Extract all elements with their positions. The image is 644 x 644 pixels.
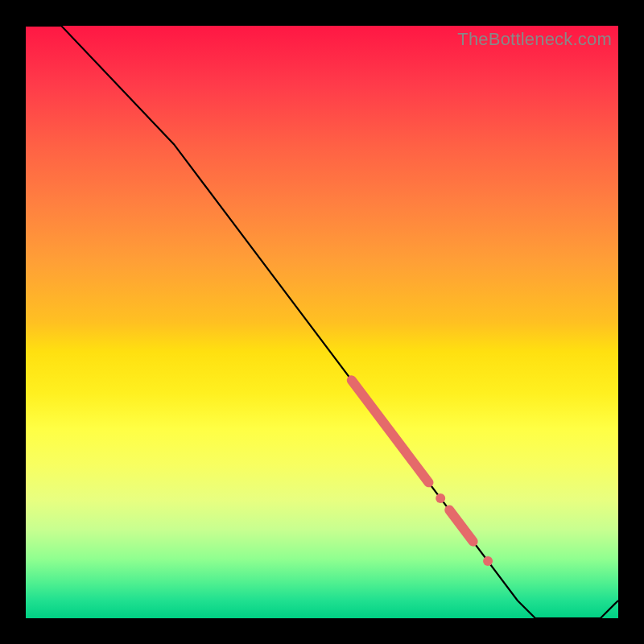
dot-2 <box>483 556 493 566</box>
dot-1 <box>436 493 445 503</box>
short-segment <box>449 510 473 542</box>
bottleneck-curve <box>26 26 618 618</box>
chart-frame: TheBottleneck.com <box>0 0 644 644</box>
thick-segment <box>352 380 429 482</box>
curve-highlights <box>352 380 493 566</box>
curve-path <box>26 26 618 618</box>
plot-area: TheBottleneck.com <box>26 26 618 618</box>
